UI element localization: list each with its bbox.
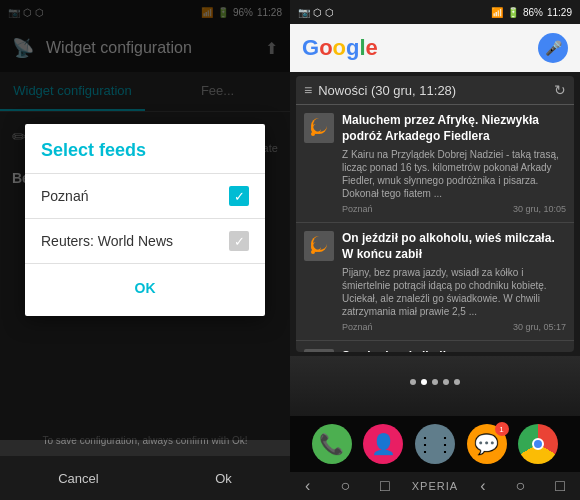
dock-chrome-button[interactable]: [518, 424, 558, 464]
home-screen-dots: [410, 379, 460, 385]
news-item-1-body: Z Kairu na Przylądek Dobrej Nadziei - ta…: [342, 148, 566, 200]
right-nav-bar: ‹ ○ □ XPERIA ‹ ○ □: [290, 472, 580, 500]
news-item-2-time: 30 gru, 05:17: [513, 322, 566, 332]
select-feeds-dialog: Select feeds Poznań Reuters: World News …: [25, 124, 265, 316]
news-item-3-icon: [304, 349, 334, 352]
news-header: ≡ Nowości (30 gru, 11:28) ↻: [296, 76, 574, 105]
right-status-bar: 📷 ⬡ ⬡ 📶 🔋 86% 11:29: [290, 0, 580, 24]
news-item-1-title: Maluchem przez Afrykę. Niezwykła podróż …: [342, 113, 566, 144]
home-dot-5: [454, 379, 460, 385]
right-status-right: 📶 🔋 86% 11:29: [491, 7, 572, 18]
cancel-button[interactable]: Cancel: [38, 463, 118, 494]
apps-icon: ⋮⋮: [415, 432, 455, 456]
home-dot-3: [432, 379, 438, 385]
news-item-1-source: Poznań: [342, 204, 373, 214]
home-dock: 📞 👤 ⋮⋮ 💬 1: [290, 416, 580, 472]
mic-button[interactable]: 🎤: [538, 33, 568, 63]
google-logo: Google: [302, 35, 530, 61]
dock-chat-button[interactable]: 💬 1: [467, 424, 507, 464]
news-item-1[interactable]: Maluchem przez Afrykę. Niezwykła podróż …: [296, 105, 574, 223]
right-status-left: 📷 ⬡ ⬡: [298, 7, 334, 18]
news-item-2-body: Pijany, bez prawa jazdy, wsiadł za kółko…: [342, 266, 566, 318]
right-panel: 📷 ⬡ ⬡ 📶 🔋 86% 11:29 Google 🎤 ≡ Nowości (…: [290, 0, 580, 500]
news-item-2-title: On jeździł po alkoholu, wieś milczała. W…: [342, 231, 566, 262]
news-widget: ≡ Nowości (30 gru, 11:28) ↻ Maluchem prz…: [296, 76, 574, 352]
news-item-3[interactable]: Sami odszukali pijanego sprawcę wypadku …: [296, 341, 574, 352]
home-dot-1: [410, 379, 416, 385]
feed-poznan-checkbox[interactable]: [229, 186, 249, 206]
dialog-button-row: Ok: [25, 264, 265, 316]
feed-poznan-label: Poznań: [41, 188, 88, 204]
google-bar: Google 🎤: [290, 24, 580, 72]
mic-icon: 🎤: [545, 40, 562, 56]
right-clock: 11:29: [547, 7, 572, 18]
phone-icon: 📞: [319, 432, 344, 456]
dock-phone-button[interactable]: 📞: [312, 424, 352, 464]
right-battery-icon: 🔋: [507, 7, 519, 18]
news-item-2-content: On jeździł po alkoholu, wieś milczała. W…: [342, 231, 566, 332]
home-button[interactable]: ○: [332, 473, 358, 499]
recents-button[interactable]: □: [372, 473, 398, 499]
news-item-3-title: Sami odszukali pijanego sprawcę wypadku: [342, 349, 566, 352]
xperia-label: XPERIA: [412, 480, 458, 492]
news-menu-icon[interactable]: ≡: [304, 82, 312, 98]
home-dot-2: [421, 379, 427, 385]
news-item-1-icon: [304, 113, 334, 143]
news-item-2-source: Poznań: [342, 322, 373, 332]
xperia-back-button[interactable]: ‹: [472, 473, 493, 499]
feed-reuters-checkbox[interactable]: [229, 231, 249, 251]
home-dot-4: [443, 379, 449, 385]
news-item-2-icon: [304, 231, 334, 261]
news-header-title: Nowości (30 gru, 11:28): [318, 83, 554, 98]
dialog-overlay: Select feeds Poznań Reuters: World News …: [0, 0, 290, 440]
ok-button[interactable]: Ok: [195, 463, 252, 494]
news-item-1-meta: Poznań 30 gru, 10:05: [342, 204, 566, 214]
news-item-3-content: Sami odszukali pijanego sprawcę wypadku …: [342, 349, 566, 352]
feed-item-poznan[interactable]: Poznań: [25, 174, 265, 219]
feed-reuters-label: Reuters: World News: [41, 233, 173, 249]
feed-item-reuters[interactable]: Reuters: World News: [25, 219, 265, 264]
news-item-1-content: Maluchem przez Afrykę. Niezwykła podróż …: [342, 113, 566, 214]
right-signal-icon: 📶: [491, 7, 503, 18]
chat-icon: 💬: [474, 432, 499, 456]
right-battery-level: 86%: [523, 7, 543, 18]
news-item-2[interactable]: On jeździł po alkoholu, wieś milczała. W…: [296, 223, 574, 341]
wallpaper-area: [290, 356, 580, 416]
dock-apps-button[interactable]: ⋮⋮: [415, 424, 455, 464]
left-panel: 📷 ⬡ ⬡ 📶 🔋 96% 11:28 📡 Widget configurati…: [0, 0, 290, 500]
back-button[interactable]: ‹: [297, 473, 318, 499]
left-bottom-bar: Cancel Ok: [0, 456, 290, 500]
dock-contacts-button[interactable]: 👤: [363, 424, 403, 464]
chat-badge: 1: [495, 422, 509, 436]
news-item-2-meta: Poznań 30 gru, 05:17: [342, 322, 566, 332]
dialog-ok-button[interactable]: Ok: [119, 272, 172, 304]
dialog-title: Select feeds: [25, 124, 265, 174]
xperia-recents-button[interactable]: □: [547, 473, 573, 499]
news-refresh-icon[interactable]: ↻: [554, 82, 566, 98]
xperia-home-button[interactable]: ○: [508, 473, 534, 499]
news-item-1-time: 30 gru, 10:05: [513, 204, 566, 214]
contacts-icon: 👤: [371, 432, 396, 456]
